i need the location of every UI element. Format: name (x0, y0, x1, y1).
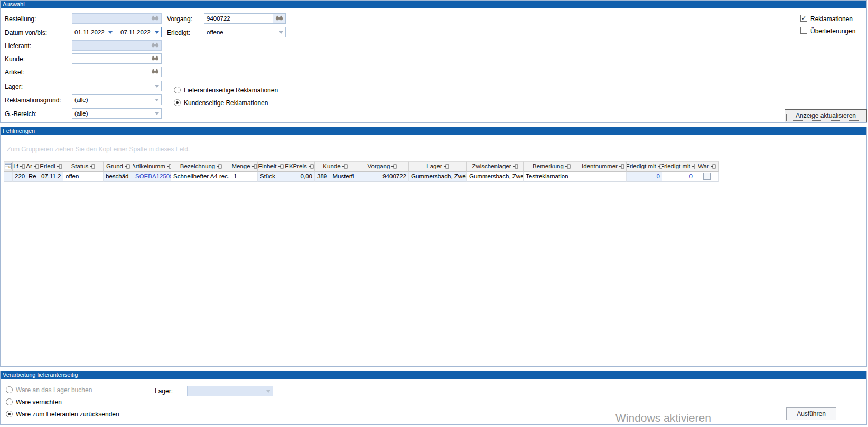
column-header-erledi[interactable]: Erledi (39, 161, 63, 172)
grid-cell[interactable]: Re (26, 172, 39, 182)
datum-von-field[interactable]: 01.11.2022 (72, 27, 115, 37)
pin-icon[interactable] (658, 164, 662, 169)
grid-cell[interactable]: Testreklamation (524, 172, 580, 182)
kunde-lookup-button[interactable] (148, 54, 161, 63)
pin-icon[interactable] (565, 164, 571, 169)
column-header-zwischenlager[interactable]: Zwischenlager (467, 161, 524, 172)
datum-von-dropdown-button[interactable] (106, 27, 115, 37)
column-header-lager[interactable]: Lager (409, 161, 467, 172)
artikel-field[interactable] (72, 67, 162, 77)
grid-cell[interactable]: 07.11.2 (39, 172, 63, 182)
chevron-down-icon (155, 31, 159, 34)
vorgang-field[interactable]: 9400722 (204, 13, 286, 24)
column-header-kunde[interactable]: Kunde (315, 161, 356, 172)
pin-icon[interactable] (217, 164, 222, 169)
pin-icon[interactable] (252, 164, 257, 169)
column-header-erledigt-mit[interactable]: Erledigt mit (627, 161, 662, 172)
pin-icon[interactable] (619, 164, 624, 169)
war-checkbox[interactable] (703, 173, 711, 180)
pin-icon[interactable] (309, 164, 314, 169)
ueberlieferungen-checkbox-label[interactable]: Überlieferungen (810, 27, 855, 35)
column-header-bemerkung[interactable]: Bemerkung (524, 161, 580, 172)
vorgang-lookup-button[interactable] (273, 14, 285, 23)
radio-ware-zuruecksenden[interactable] (6, 411, 13, 417)
reklamationsgrund-dropdown[interactable]: (alle) (72, 94, 162, 105)
radio-kundenseitige-label[interactable]: Kundenseitige Reklamationen (184, 99, 268, 107)
grid-cell[interactable]: beschäd (104, 172, 133, 182)
row-indicator-cell[interactable] (4, 172, 13, 182)
gbereich-dropdown[interactable]: (alle) (72, 108, 162, 119)
radio-ware-lager-buchen-label[interactable]: Ware an das Lager buchen (16, 386, 92, 394)
reklamationen-checkbox-label[interactable]: Reklamationen (810, 15, 853, 23)
reklamationen-checkbox[interactable]: ✓ (800, 15, 807, 22)
grid-cell[interactable]: 9400722 (356, 172, 409, 182)
column-header-erledigt-mit[interactable]: Erledigt mit (662, 161, 695, 172)
pin-icon[interactable] (391, 164, 397, 169)
pin-icon[interactable] (278, 164, 284, 169)
radio-ware-vernichten-label[interactable]: Ware vernichten (16, 398, 62, 406)
column-header-label: Menge (231, 163, 250, 169)
grid-cell[interactable]: 1 (231, 172, 258, 182)
group-by-button[interactable] (4, 161, 13, 172)
pin-icon[interactable] (342, 164, 348, 169)
pin-icon[interactable] (444, 164, 449, 169)
grid-cell[interactable] (580, 172, 627, 182)
column-header-ekpreis[interactable]: EKPreis (284, 161, 315, 172)
datum-label: Datum von/bis: (5, 29, 47, 36)
column-header-identnummer[interactable]: Identnummer (580, 161, 627, 172)
chevron-down-icon[interactable] (277, 27, 285, 37)
grid-cell[interactable]: Stück (258, 172, 284, 182)
radio-kundenseitige[interactable] (174, 99, 181, 106)
grid-cell[interactable]: 389 - Musterfi (315, 172, 356, 182)
anzeige-aktualisieren-button[interactable]: Anzeige aktualisieren (785, 109, 867, 122)
pin-icon[interactable] (90, 164, 95, 169)
pin-icon[interactable] (167, 164, 171, 169)
column-header-war[interactable]: War (695, 161, 719, 172)
datum-bis-dropdown-button[interactable] (153, 27, 161, 37)
column-header-grund[interactable]: Grund (104, 161, 133, 172)
chevron-down-icon[interactable] (153, 109, 161, 118)
column-header-artikelnumm[interactable]: Artikelnumm (133, 161, 171, 172)
grid-cell-link[interactable]: 0 (627, 172, 662, 182)
column-header-label: Status (71, 163, 89, 169)
grid-cell[interactable]: Gummersbach, Zwei (409, 172, 467, 182)
column-header-einheit[interactable]: Einheit (258, 161, 284, 172)
radio-ware-vernichten[interactable] (6, 398, 13, 405)
kunde-field[interactable] (72, 53, 162, 64)
radio-ware-lager-buchen[interactable] (6, 386, 13, 393)
erledigt-label: Erledigt: (167, 29, 190, 36)
grid-cell[interactable]: 0,00 (284, 172, 315, 182)
pin-icon[interactable] (34, 164, 39, 169)
column-header-lf[interactable]: Lf (13, 161, 26, 172)
radio-lieferantenseitige-label[interactable]: Lieferantenseitige Reklamationen (184, 87, 278, 94)
column-header-vorgang[interactable]: Vorgang (356, 161, 409, 172)
pin-icon[interactable] (20, 164, 25, 169)
grid-cell[interactable]: Gummersbach, Zwei (467, 172, 524, 182)
lager-dropdown[interactable] (72, 81, 162, 91)
ueberlieferungen-checkbox[interactable] (800, 27, 807, 34)
grid-cell-link[interactable]: SOEBA12509 (133, 172, 171, 182)
artikel-lookup-button[interactable] (148, 67, 161, 77)
column-header-menge[interactable]: Menge (231, 161, 258, 172)
chevron-down-icon[interactable] (153, 81, 161, 91)
datum-bis-field[interactable]: 07.11.2022 (118, 27, 162, 37)
radio-ware-zuruecksenden-label[interactable]: Ware zum Lieferanten zurücksenden (16, 411, 119, 418)
grid-cell[interactable] (695, 172, 719, 182)
grid-cell[interactable]: 220 (13, 172, 26, 182)
pin-icon[interactable] (125, 164, 130, 169)
radio-lieferantenseitige[interactable] (174, 87, 181, 93)
pin-icon[interactable] (711, 164, 716, 169)
grid-cell-link[interactable]: 0 (662, 172, 695, 182)
verarbeitung-panel: Verarbeitung lieferantenseitig Ware an d… (0, 371, 867, 425)
column-header-label: Vorgang (368, 163, 390, 169)
column-header-bezeichnung[interactable]: Bezeichnung (171, 161, 231, 172)
grid-cell[interactable]: offen (63, 172, 104, 182)
column-header-status[interactable]: Status (63, 161, 104, 172)
pin-icon[interactable] (513, 164, 518, 169)
ausfuehren-button[interactable]: Ausführen (786, 407, 836, 420)
grid-cell[interactable]: Schnellhefter A4 rec. (171, 172, 231, 182)
chevron-down-icon[interactable] (153, 95, 161, 105)
erledigt-dropdown[interactable]: offene (204, 27, 286, 37)
pin-icon[interactable] (57, 164, 62, 169)
column-header-ar[interactable]: Ar (26, 161, 39, 172)
